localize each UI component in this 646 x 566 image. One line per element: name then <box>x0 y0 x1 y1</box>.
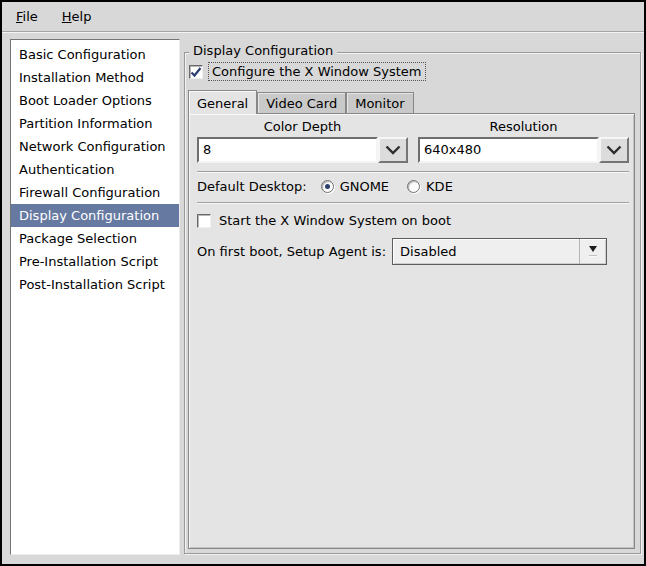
color-depth-label: Color Depth <box>197 116 408 137</box>
resolution-label: Resolution <box>418 116 629 137</box>
menu-help-accel: H <box>62 9 72 24</box>
resolution-select[interactable]: 640x480 <box>418 137 629 163</box>
setup-agent-label: On first boot, Setup Agent is: <box>197 244 386 259</box>
sidebar-item-basic-configuration[interactable]: Basic Configuration <box>11 43 179 66</box>
chevron-down-icon <box>606 145 622 155</box>
separator <box>197 202 629 204</box>
dropdown-arrow-icon[interactable] <box>579 239 606 264</box>
sidebar-item-authentication[interactable]: Authentication <box>11 158 179 181</box>
setup-agent-select[interactable]: Disabled <box>392 238 607 265</box>
arrow-dash <box>589 255 597 257</box>
color-depth-value[interactable]: 8 <box>197 137 378 163</box>
display-configuration-frame: Display Configuration Configure the X Wi… <box>184 52 641 554</box>
start-x-row: Start the X Window System on boot <box>197 213 629 228</box>
start-x-checkbox[interactable] <box>197 214 211 228</box>
setup-agent-row: On first boot, Setup Agent is: Disabled <box>197 238 629 265</box>
separator <box>197 171 629 173</box>
sidebar-item-network-configuration[interactable]: Network Configuration <box>11 135 179 158</box>
tab-bar: General Video Card Monitor <box>188 89 635 113</box>
menu-file[interactable]: File <box>9 6 45 27</box>
menu-help-label: elp <box>72 9 92 24</box>
tab-video-card[interactable]: Video Card <box>257 92 346 113</box>
general-tab-page: Color Depth 8 Resolution <box>188 113 635 549</box>
tab-general[interactable]: General <box>188 90 257 114</box>
kde-radio[interactable] <box>407 180 420 193</box>
sidebar-item-package-selection[interactable]: Package Selection <box>11 227 179 250</box>
configure-x-checkbox[interactable] <box>189 65 203 79</box>
setup-agent-value: Disabled <box>393 244 579 259</box>
kickstart-configurator-window: File Help Basic Configuration Installati… <box>0 0 646 566</box>
check-icon <box>190 66 202 78</box>
default-desktop-label: Default Desktop: <box>197 179 307 194</box>
resolution-value[interactable]: 640x480 <box>418 137 599 163</box>
chevron-down-icon <box>385 145 401 155</box>
sidebar-item-display-configuration[interactable]: Display Configuration <box>11 204 179 227</box>
sidebar-item-firewall-configuration[interactable]: Firewall Configuration <box>11 181 179 204</box>
arrow-triangle <box>589 246 597 252</box>
gnome-radio-label[interactable]: GNOME <box>340 179 389 194</box>
color-depth-group: Color Depth 8 <box>197 116 408 163</box>
configure-x-row: Configure the X Window System <box>189 62 426 81</box>
category-list: Basic Configuration Installation Method … <box>10 39 180 555</box>
display-notebook: General Video Card Monitor Color Depth 8 <box>188 89 635 549</box>
start-x-label[interactable]: Start the X Window System on boot <box>219 213 451 228</box>
default-desktop-row: Default Desktop: GNOME KDE <box>197 179 629 194</box>
menu-file-label: ile <box>23 9 38 24</box>
sidebar-item-installation-method[interactable]: Installation Method <box>11 66 179 89</box>
sidebar-item-post-installation-script[interactable]: Post-Installation Script <box>11 273 179 296</box>
resolution-group: Resolution 640x480 <box>418 116 629 163</box>
tab-monitor[interactable]: Monitor <box>346 92 413 113</box>
kde-radio-label[interactable]: KDE <box>426 179 453 194</box>
combo-row: Color Depth 8 Resolution <box>197 116 629 163</box>
color-depth-select[interactable]: 8 <box>197 137 408 163</box>
sidebar-item-pre-installation-script[interactable]: Pre-Installation Script <box>11 250 179 273</box>
resolution-dropdown-button[interactable] <box>599 137 629 163</box>
gnome-radio[interactable] <box>321 180 334 193</box>
sidebar-item-partition-information[interactable]: Partition Information <box>11 112 179 135</box>
menubar: File Help <box>2 2 644 32</box>
color-depth-dropdown-button[interactable] <box>378 137 408 163</box>
frame-title: Display Configuration <box>189 43 337 58</box>
sidebar-item-boot-loader-options[interactable]: Boot Loader Options <box>11 89 179 112</box>
configure-x-label[interactable]: Configure the X Window System <box>208 62 426 81</box>
menu-help[interactable]: Help <box>55 6 99 27</box>
